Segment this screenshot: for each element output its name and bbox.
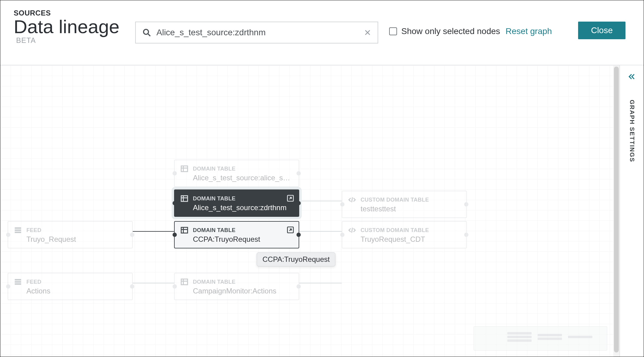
port-in[interactable] bbox=[340, 202, 344, 206]
title-main: Data lineage bbox=[14, 16, 119, 37]
node-type: CUSTOM DOMAIN TABLE bbox=[361, 227, 429, 234]
feed-icon bbox=[14, 278, 22, 286]
edge bbox=[299, 201, 342, 201]
port-in[interactable] bbox=[340, 233, 344, 237]
svg-rect-9 bbox=[15, 283, 21, 285]
svg-rect-5 bbox=[15, 230, 21, 231]
node-name: TruyoRequest_CDT bbox=[361, 235, 461, 244]
node-type: FEED bbox=[26, 279, 41, 285]
port-out[interactable] bbox=[296, 284, 301, 289]
port-out[interactable] bbox=[296, 171, 301, 175]
header: SOURCES Data lineage BETA Show only sele… bbox=[0, 0, 644, 65]
node-type: DOMAIN TABLE bbox=[193, 196, 235, 202]
port-in[interactable] bbox=[6, 284, 10, 289]
close-button[interactable]: Close bbox=[578, 22, 625, 39]
node-name: Truyo_Request bbox=[26, 235, 127, 244]
show-only-selected-checkbox[interactable]: Show only selected nodes bbox=[389, 26, 500, 36]
node-domain-ccpa[interactable]: DOMAIN TABLE CCPA:TruyoRequest bbox=[174, 221, 299, 248]
node-name: CCPA:TruyoRequest bbox=[193, 235, 293, 244]
search-field[interactable] bbox=[135, 22, 378, 43]
port-out[interactable] bbox=[464, 233, 468, 237]
svg-rect-21 bbox=[181, 279, 188, 285]
node-domain-campaign[interactable]: DOMAIN TABLE CampaignMonitor:Actions bbox=[174, 273, 299, 300]
table-icon bbox=[180, 194, 189, 203]
edge bbox=[299, 283, 342, 283]
node-name: CampaignMonitor:Actions bbox=[193, 287, 293, 295]
port-in[interactable] bbox=[173, 284, 177, 289]
node-feed-truyo[interactable]: FEED Truyo_Request bbox=[8, 221, 133, 248]
open-node-icon[interactable] bbox=[286, 226, 294, 234]
node-name: Alice_s_test_source:zdrthnm bbox=[193, 203, 293, 212]
node-type: CUSTOM DOMAIN TABLE bbox=[361, 197, 429, 203]
node-type: FEED bbox=[26, 227, 41, 234]
reset-graph-link[interactable]: Reset graph bbox=[505, 26, 552, 36]
svg-rect-4 bbox=[15, 227, 21, 229]
svg-rect-10 bbox=[181, 166, 188, 172]
port-in[interactable] bbox=[173, 171, 177, 175]
graph-settings-label: GRAPH SETTINGS bbox=[629, 100, 635, 162]
title-beta: BETA bbox=[16, 36, 36, 44]
page-title: Data lineage BETA bbox=[14, 17, 135, 45]
node-type: DOMAIN TABLE bbox=[193, 279, 235, 285]
minimap[interactable] bbox=[474, 326, 607, 351]
node-type: DOMAIN TABLE bbox=[193, 227, 235, 234]
node-name: Actions bbox=[26, 287, 127, 295]
node-domain-alice1[interactable]: DOMAIN TABLE Alice_s_test_source:alice_s… bbox=[174, 160, 299, 187]
clear-search-icon[interactable] bbox=[364, 29, 371, 36]
node-domain-alice-selected[interactable]: DOMAIN TABLE Alice_s_test_source:zdrthnm bbox=[174, 189, 299, 217]
title-block: SOURCES Data lineage BETA bbox=[14, 9, 135, 45]
scroll-thumb[interactable] bbox=[614, 67, 619, 352]
table-icon bbox=[180, 278, 189, 286]
svg-point-0 bbox=[144, 29, 149, 34]
port-out[interactable] bbox=[130, 284, 134, 289]
port-out[interactable] bbox=[296, 201, 301, 205]
search-icon bbox=[142, 28, 151, 37]
graph-settings-panel[interactable]: GRAPH SETTINGS bbox=[619, 65, 644, 357]
node-name: testtesttest bbox=[361, 205, 461, 213]
edge bbox=[133, 283, 174, 283]
code-icon bbox=[348, 196, 356, 204]
port-out[interactable] bbox=[464, 202, 468, 206]
vertical-scrollbar[interactable] bbox=[613, 65, 619, 357]
port-in[interactable] bbox=[6, 233, 10, 237]
node-cdt-truyo[interactable]: CUSTOM DOMAIN TABLE TruyoRequest_CDT bbox=[342, 221, 467, 248]
port-out[interactable] bbox=[296, 233, 301, 237]
svg-rect-7 bbox=[15, 279, 21, 281]
port-out[interactable] bbox=[130, 233, 134, 237]
svg-line-1 bbox=[148, 34, 150, 36]
edge bbox=[299, 231, 342, 232]
svg-rect-13 bbox=[181, 196, 188, 202]
chevrons-left-icon[interactable] bbox=[628, 73, 636, 83]
edge bbox=[133, 231, 174, 232]
search-input[interactable] bbox=[156, 27, 364, 38]
table-icon bbox=[180, 165, 189, 173]
svg-rect-8 bbox=[15, 281, 21, 283]
node-cdt-test[interactable]: CUSTOM DOMAIN TABLE testtesttest bbox=[342, 191, 467, 218]
node-feed-actions[interactable]: FEED Actions bbox=[8, 273, 133, 300]
show-only-label: Show only selected nodes bbox=[401, 26, 500, 36]
open-node-icon[interactable] bbox=[286, 194, 294, 202]
graph-canvas[interactable]: FEED Truyo_Request FEED Actions bbox=[0, 65, 644, 357]
svg-rect-17 bbox=[181, 227, 188, 233]
node-tooltip: CCPA:TruyoRequest bbox=[257, 252, 335, 266]
table-icon bbox=[180, 226, 189, 234]
port-in[interactable] bbox=[173, 201, 177, 205]
node-type: DOMAIN TABLE bbox=[193, 166, 235, 172]
code-icon bbox=[348, 226, 356, 234]
feed-icon bbox=[14, 226, 22, 234]
port-in[interactable] bbox=[173, 233, 177, 237]
svg-rect-6 bbox=[15, 232, 21, 233]
checkbox-icon bbox=[389, 27, 397, 35]
node-name: Alice_s_test_source:alice_s_… bbox=[193, 174, 293, 182]
